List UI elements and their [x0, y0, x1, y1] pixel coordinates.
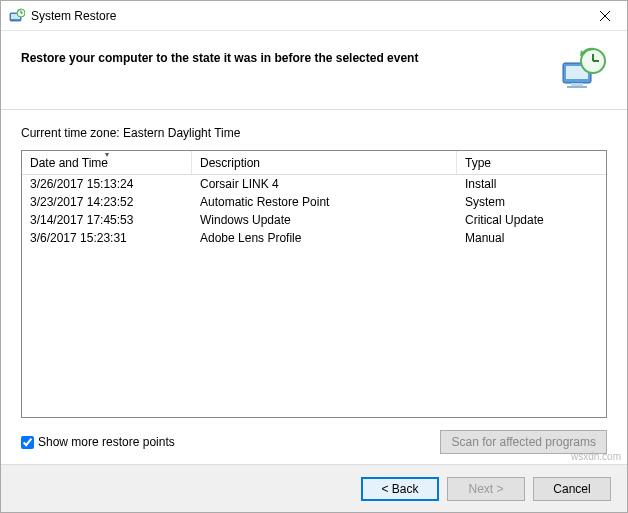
table-row[interactable]: 3/26/2017 15:13:24Corsair LINK 4Install [22, 175, 606, 193]
system-restore-icon [9, 8, 25, 24]
timezone-label: Current time zone: Eastern Daylight Time [21, 126, 607, 140]
table-row[interactable]: 3/23/2017 14:23:52Automatic Restore Poin… [22, 193, 606, 211]
column-date-label: Date and Time [30, 156, 108, 170]
cell-type: Manual [457, 231, 606, 245]
table-row[interactable]: 3/14/2017 17:45:53Windows UpdateCritical… [22, 211, 606, 229]
cell-desc: Automatic Restore Point [192, 195, 457, 209]
svg-rect-9 [567, 86, 587, 88]
cell-date: 3/26/2017 15:13:24 [22, 177, 192, 191]
column-type[interactable]: Type [457, 151, 606, 174]
cell-type: Install [457, 177, 606, 191]
header-text: Restore your computer to the state it wa… [21, 45, 559, 65]
wizard-footer: < Back Next > Cancel [1, 464, 627, 512]
column-desc-label: Description [200, 156, 260, 170]
svg-rect-8 [571, 83, 583, 86]
table-row[interactable]: 3/6/2017 15:23:31Adobe Lens ProfileManua… [22, 229, 606, 247]
cell-type: System [457, 195, 606, 209]
show-more-input[interactable] [21, 436, 34, 449]
cell-date: 3/6/2017 15:23:31 [22, 231, 192, 245]
list-body: 3/26/2017 15:13:24Corsair LINK 4Install3… [22, 175, 606, 417]
cell-date: 3/14/2017 17:45:53 [22, 213, 192, 227]
column-description[interactable]: Description [192, 151, 457, 174]
cell-desc: Corsair LINK 4 [192, 177, 457, 191]
below-list-bar: Show more restore points Scan for affect… [21, 430, 607, 454]
titlebar: System Restore [1, 1, 627, 31]
close-button[interactable] [582, 1, 627, 30]
list-header: Date and Time ▾ Description Type [22, 151, 606, 175]
window-title: System Restore [31, 9, 582, 23]
cell-type: Critical Update [457, 213, 606, 227]
cell-desc: Adobe Lens Profile [192, 231, 457, 245]
restore-large-icon [559, 45, 607, 93]
column-type-label: Type [465, 156, 491, 170]
cell-date: 3/23/2017 14:23:52 [22, 195, 192, 209]
next-button[interactable]: Next > [447, 477, 525, 501]
scan-affected-button[interactable]: Scan for affected programs [440, 430, 607, 454]
show-more-label: Show more restore points [38, 435, 175, 449]
show-more-checkbox[interactable]: Show more restore points [21, 435, 175, 449]
column-date-time[interactable]: Date and Time ▾ [22, 151, 192, 174]
system-restore-window: System Restore Restore your computer to … [0, 0, 628, 513]
cell-desc: Windows Update [192, 213, 457, 227]
content-area: Current time zone: Eastern Daylight Time… [1, 110, 627, 464]
sort-descending-icon: ▾ [105, 150, 109, 159]
back-button[interactable]: < Back [361, 477, 439, 501]
restore-points-list[interactable]: Date and Time ▾ Description Type 3/26/20… [21, 150, 607, 418]
wizard-header: Restore your computer to the state it wa… [1, 31, 627, 110]
cancel-button[interactable]: Cancel [533, 477, 611, 501]
